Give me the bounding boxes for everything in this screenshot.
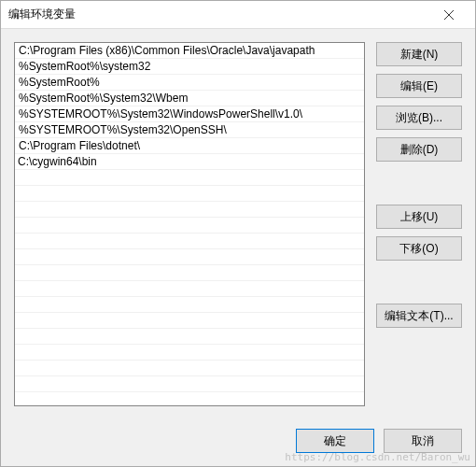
list-empty-row [15, 186, 364, 202]
list-empty-row [15, 202, 364, 218]
list-empty-row [15, 218, 364, 234]
list-empty-row [15, 234, 364, 249]
dialog-content: C:\Program Files (x86)\Common Files\Orac… [1, 29, 475, 419]
button-gap [376, 169, 462, 197]
path-listbox[interactable]: C:\Program Files (x86)\Common Files\Orac… [14, 42, 365, 406]
move-up-button[interactable]: 上移(U) [376, 205, 462, 229]
list-item[interactable]: C:\Program Files\dotnet\ [15, 138, 364, 154]
list-item-selected[interactable] [15, 154, 364, 170]
move-down-button[interactable]: 下移(O) [376, 236, 462, 261]
close-icon [444, 10, 454, 20]
dialog-window: 编辑环境变量 C:\Program Files (x86)\Common Fil… [0, 0, 476, 467]
new-button[interactable]: 新建(N) [376, 42, 462, 66]
button-panel: 新建(N) 编辑(E) 浏览(B)... 删除(D) 上移(U) 下移(O) 编… [376, 42, 462, 406]
list-empty-row [15, 281, 364, 297]
list-empty-row [15, 345, 364, 361]
list-empty-row [15, 249, 364, 265]
list-item[interactable]: %SystemRoot%\System32\Wbem [15, 91, 364, 106]
delete-button[interactable]: 删除(D) [376, 137, 462, 162]
ok-button[interactable]: 确定 [296, 429, 374, 453]
list-item[interactable]: %SystemRoot%\system32 [15, 59, 364, 75]
list-empty-row [15, 170, 364, 186]
list-item[interactable]: C:\Program Files (x86)\Common Files\Orac… [15, 43, 364, 59]
dialog-footer: 确定 取消 [1, 419, 475, 466]
list-empty-row [15, 376, 364, 392]
edit-button[interactable]: 编辑(E) [376, 74, 462, 98]
list-empty-row [15, 329, 364, 345]
list-empty-row [15, 361, 364, 376]
list-empty-row [15, 265, 364, 281]
list-empty-row [15, 313, 364, 329]
window-title: 编辑环境变量 [8, 7, 430, 22]
button-gap [376, 268, 462, 296]
close-button[interactable] [430, 2, 468, 28]
list-filler [15, 392, 364, 405]
list-item[interactable]: %SYSTEMROOT%\System32\WindowsPowerShell\… [15, 106, 364, 122]
path-edit-input[interactable] [15, 154, 364, 170]
list-item[interactable]: %SYSTEMROOT%\System32\OpenSSH\ [15, 122, 364, 138]
titlebar: 编辑环境变量 [1, 1, 475, 29]
edit-text-button[interactable]: 编辑文本(T)... [376, 304, 462, 328]
list-empty-row [15, 297, 364, 313]
browse-button[interactable]: 浏览(B)... [376, 106, 462, 130]
list-item[interactable]: %SystemRoot% [15, 75, 364, 91]
cancel-button[interactable]: 取消 [384, 429, 462, 453]
